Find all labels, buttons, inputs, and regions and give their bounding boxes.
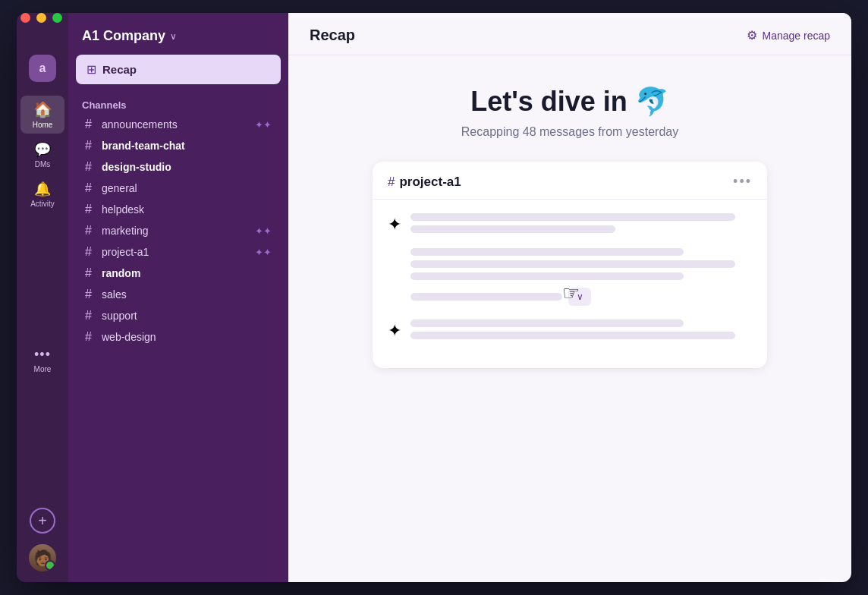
channel-card: # project-a1 ••• ✦ [373, 162, 767, 368]
message-line [410, 332, 735, 339]
message-line [410, 225, 615, 233]
sparkle-icon: ✦✦ [255, 119, 272, 131]
main-content: Recap ⚙ Manage recap Let's dive in 🐬 Rec… [288, 13, 851, 582]
workspace-name: A1 Company [82, 28, 165, 44]
add-workspace-button[interactable]: + [30, 508, 55, 534]
channel-list: # announcements ✦✦ # brand-team-chat # d… [68, 114, 288, 348]
hash-icon: # [85, 266, 97, 280]
sidebar: A1 Company ∨ ⊞ Recap Channels # announce… [68, 13, 288, 582]
channel-name: project-a1 [102, 246, 250, 258]
hash-icon: # [85, 139, 97, 153]
channel-name: support [102, 310, 272, 322]
sidebar-item-home[interactable]: 🏠 Home [20, 96, 64, 134]
message-line [410, 320, 684, 327]
channel-name: brand-team-chat [102, 140, 272, 152]
activity-label: Activity [30, 200, 55, 208]
channel-name: random [102, 267, 272, 279]
recap-nav-label: Recap [102, 63, 137, 76]
plus-icon: + [38, 512, 47, 530]
channel-item-support[interactable]: # support [73, 305, 284, 326]
hash-icon: # [85, 245, 97, 259]
close-button[interactable] [20, 13, 30, 23]
sidebar-item-more[interactable]: ••• More [20, 342, 64, 378]
channel-item-design-studio[interactable]: # design-studio [73, 156, 284, 178]
hash-icon: # [85, 203, 97, 216]
recap-nav-button[interactable]: ⊞ Recap [76, 55, 281, 84]
message-lines [410, 320, 752, 339]
channel-name: sales [102, 288, 272, 301]
card-channel-label: project-a1 [399, 175, 461, 190]
recap-icon: ⊞ [86, 62, 96, 77]
page-title: Recap [310, 27, 355, 44]
hash-icon: # [85, 288, 97, 301]
main-body: Let's dive in 🐬 Recapping 48 messages fr… [288, 55, 851, 582]
message-line [410, 248, 684, 256]
icon-rail: a 🏠 Home 💬 DMs 🔔 Activity ••• More + 🧑🏾 [17, 13, 68, 582]
sidebar-item-dms[interactable]: 💬 DMs [20, 137, 64, 173]
channel-name: web-design [102, 331, 272, 343]
sidebar-item-activity[interactable]: 🔔 Activity [20, 176, 64, 212]
sparkle-icon: ✦✦ [255, 247, 272, 258]
manage-recap-button[interactable]: ⚙ Manage recap [747, 28, 830, 42]
channel-name: marketing [102, 225, 250, 237]
recap-hero: Let's dive in 🐬 Recapping 48 messages fr… [461, 86, 678, 139]
message-preview-2: ✦ [388, 320, 752, 341]
sidebar-header: A1 Company ∨ [68, 13, 288, 55]
chevron-down-icon[interactable]: ∨ [170, 31, 177, 42]
channel-name: announcements [102, 118, 250, 131]
expand-button[interactable]: ∨ [568, 288, 591, 306]
expand-line [410, 293, 562, 301]
channel-item-brand-team-chat[interactable]: # brand-team-chat [73, 135, 284, 156]
dms-icon: 💬 [34, 141, 51, 158]
card-more-button[interactable]: ••• [733, 174, 752, 190]
hash-icon: # [85, 309, 97, 323]
recap-hero-title: Let's dive in 🐬 [461, 86, 678, 118]
message-line [410, 260, 735, 268]
card-header: # project-a1 ••• [373, 162, 767, 200]
channel-item-random[interactable]: # random [73, 263, 284, 284]
recap-hero-subtitle: Recapping 48 messages from yesterday [461, 125, 678, 139]
channel-item-helpdesk[interactable]: # helpdesk [73, 199, 284, 220]
channels-section-label: Channels [68, 95, 288, 114]
channel-item-general[interactable]: # general [73, 178, 284, 199]
hash-icon: # [85, 224, 97, 238]
channel-name: helpdesk [102, 203, 272, 216]
gear-icon: ⚙ [747, 28, 757, 42]
sparkle-icon: ✦✦ [255, 225, 272, 237]
message-preview-1: ✦ ∨ [388, 213, 752, 306]
channel-item-project-a1[interactable]: # project-a1 ✦✦ [73, 241, 284, 263]
manage-recap-label: Manage recap [762, 30, 830, 42]
hash-icon: # [85, 330, 97, 344]
more-icon: ••• [34, 347, 51, 363]
channel-hash-icon: # [388, 175, 395, 190]
sparkle-icon: ✦ [388, 321, 401, 341]
hash-icon: # [85, 181, 97, 195]
user-avatar[interactable]: 🧑🏾 [29, 544, 56, 571]
channel-item-sales[interactable]: # sales [73, 284, 284, 305]
expand-row: ∨ [410, 288, 752, 306]
maximize-button[interactable] [52, 13, 62, 23]
home-label: Home [33, 121, 53, 129]
card-body-wrapper: ✦ ∨ [373, 200, 767, 368]
channel-name: design-studio [102, 161, 272, 173]
hash-icon: # [85, 118, 97, 131]
message-line [410, 213, 735, 221]
hash-icon: # [85, 160, 97, 174]
channel-item-announcements[interactable]: # announcements ✦✦ [73, 114, 284, 135]
sparkle-icon: ✦ [388, 215, 401, 235]
message-lines: ∨ [410, 213, 752, 306]
minimize-button[interactable] [36, 13, 46, 23]
card-channel-name: # project-a1 [388, 175, 461, 190]
channel-item-web-design[interactable]: # web-design [73, 326, 284, 348]
user-avatar-image: 🧑🏾 [29, 544, 56, 571]
channel-item-marketing[interactable]: # marketing ✦✦ [73, 220, 284, 241]
home-icon: 🏠 [33, 100, 52, 118]
message-line [410, 272, 684, 280]
dms-label: DMs [35, 160, 51, 168]
workspace-avatar[interactable]: a [29, 55, 56, 82]
bell-icon: 🔔 [34, 181, 51, 197]
more-label: More [34, 365, 52, 373]
channel-name: general [102, 182, 272, 194]
app-window: a 🏠 Home 💬 DMs 🔔 Activity ••• More + 🧑🏾 [17, 13, 851, 582]
main-header: Recap ⚙ Manage recap [288, 13, 851, 55]
